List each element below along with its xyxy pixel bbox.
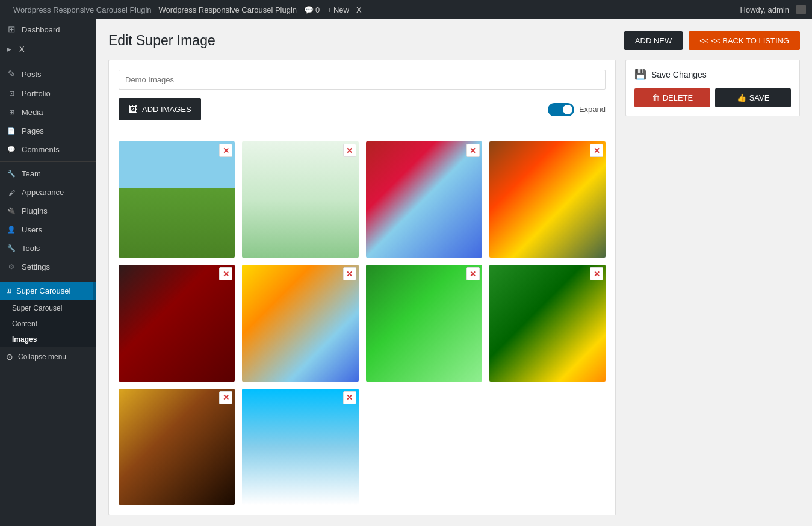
image-item[interactable]: ✕ xyxy=(366,141,482,258)
avatar xyxy=(796,5,806,14)
add-new-button[interactable]: ADD NEW xyxy=(624,31,683,50)
sidebar-item-pages[interactable]: 📄 Pages xyxy=(0,122,96,140)
sidebar-item-media[interactable]: ⊞ Media xyxy=(0,103,96,122)
demo-images-input[interactable] xyxy=(119,70,606,90)
sidebar-item-x[interactable]: ▶ X xyxy=(0,40,96,58)
save-changes-title: 💾 Save Changes xyxy=(634,69,791,80)
sidebar-item-dashboard[interactable]: ⊞ Dashboard xyxy=(0,19,96,40)
back-to-listing-button[interactable]: << << BACK TO LISTING xyxy=(689,31,800,50)
toolbar: 🖼 ADD IMAGES Expand xyxy=(119,98,606,129)
right-panel: 💾 Save Changes 🗑 DELETE 👍 SAVE xyxy=(625,60,800,515)
arrow-icon: ▶ xyxy=(4,46,14,52)
image-grid: ✕ ✕ ✕ ✕ ✕ ✕ xyxy=(119,141,606,505)
delete-button[interactable]: 🗑 DELETE xyxy=(634,88,710,107)
image-item[interactable]: ✕ xyxy=(242,141,358,258)
sidebar-item-settings[interactable]: ⚙ Settings xyxy=(0,258,96,276)
remove-image-button[interactable]: ✕ xyxy=(343,267,356,280)
sidebar-item-label: X xyxy=(19,45,25,54)
image-item[interactable]: ✕ xyxy=(119,389,235,505)
action-buttons: 🗑 DELETE 👍 SAVE xyxy=(634,88,791,107)
sidebar-item-team[interactable]: 🔧 Team xyxy=(0,164,96,183)
sub-item-super-carousel[interactable]: Super Carousel xyxy=(0,300,96,316)
comments-bubble[interactable]: 💬 0 xyxy=(304,5,320,14)
collapse-icon: ⊙ xyxy=(6,352,13,362)
sidebar-item-label: Plugins xyxy=(22,206,48,215)
expand-toggle-switch[interactable] xyxy=(548,103,574,116)
x-item[interactable]: X xyxy=(356,5,362,14)
image-item[interactable]: ✕ xyxy=(119,265,235,381)
collapse-menu[interactable]: ⊙ Collapse menu xyxy=(0,347,96,367)
sidebar: ⊞ Dashboard ▶ X ✎ Posts ⊡ Portfolio ⊞ Me… xyxy=(0,19,96,526)
remove-image-button[interactable]: ✕ xyxy=(466,267,480,280)
sidebar-item-label: Users xyxy=(22,225,42,234)
new-label: New xyxy=(333,5,349,14)
sidebar-item-label: Media xyxy=(22,108,43,117)
add-images-button[interactable]: 🖼 ADD IMAGES xyxy=(119,98,201,120)
sidebar-item-label: Posts xyxy=(22,70,42,79)
sidebar-item-appearance[interactable]: 🖌 Appearance xyxy=(0,183,96,202)
sidebar-item-users[interactable]: 👤 Users xyxy=(0,220,96,239)
content-area: 🖼 ADD IMAGES Expand ✕ ✕ xyxy=(108,60,800,515)
plus-icon: + xyxy=(327,5,332,14)
divider xyxy=(0,61,96,61)
super-carousel-icon: ⊞ xyxy=(6,287,11,295)
posts-icon: ✎ xyxy=(6,69,17,79)
image-item[interactable]: ✕ xyxy=(242,389,358,505)
main-content: Edit Super Image ADD NEW << << BACK TO L… xyxy=(96,19,812,526)
page-title: Edit Super Image xyxy=(108,32,215,49)
collapse-label: Collapse menu xyxy=(18,353,66,361)
site-name-text[interactable]: Wordpress Responsive Carousel Plugin xyxy=(159,5,297,14)
sidebar-item-label: Portfolio xyxy=(22,89,51,98)
new-item[interactable]: + New xyxy=(327,5,349,14)
remove-image-button[interactable]: ✕ xyxy=(343,144,356,157)
save-button[interactable]: 👍 SAVE xyxy=(715,88,791,107)
sidebar-item-comments[interactable]: 💬 Comments xyxy=(0,140,96,159)
image-item[interactable]: ✕ xyxy=(119,141,235,258)
remove-image-button[interactable]: ✕ xyxy=(590,267,603,280)
main-panel: 🖼 ADD IMAGES Expand ✕ ✕ xyxy=(108,60,616,515)
remove-image-button[interactable]: ✕ xyxy=(466,144,480,157)
back-icon: << xyxy=(699,36,708,45)
save-label: SAVE xyxy=(749,93,770,102)
remove-image-button[interactable]: ✕ xyxy=(219,144,232,157)
image-item[interactable]: ✕ xyxy=(366,265,482,381)
plugins-icon: 🔌 xyxy=(6,207,17,215)
tools-icon: 🔧 xyxy=(6,244,17,252)
sidebar-item-label: Comments xyxy=(22,145,60,154)
super-carousel-submenu: Super Carousel Content Images xyxy=(0,300,96,347)
remove-image-button[interactable]: ✕ xyxy=(343,391,356,404)
sidebar-item-portfolio[interactable]: ⊡ Portfolio xyxy=(0,84,96,103)
remove-image-button[interactable]: ✕ xyxy=(590,144,603,157)
media-icon: ⊞ xyxy=(6,108,17,116)
sidebar-item-super-carousel[interactable]: ⊞ Super Carousel xyxy=(0,282,96,300)
sub-item-content[interactable]: Content xyxy=(0,316,96,332)
sidebar-item-tools[interactable]: 🔧 Tools xyxy=(0,239,96,258)
save-changes-label: Save Changes xyxy=(651,70,707,79)
save-icon: 💾 xyxy=(634,69,646,80)
remove-image-button[interactable]: ✕ xyxy=(219,267,232,280)
add-images-label: ADD IMAGES xyxy=(142,105,191,114)
sidebar-section-label: Super Carousel xyxy=(16,286,70,295)
portfolio-icon: ⊡ xyxy=(6,90,17,97)
howdy-text: Howdy, admin xyxy=(740,5,789,14)
comment-icon: 💬 xyxy=(304,5,314,14)
expand-toggle: Expand xyxy=(548,103,606,116)
image-item[interactable]: ✕ xyxy=(489,265,606,381)
sidebar-item-posts[interactable]: ✎ Posts xyxy=(0,64,96,84)
settings-icon: ⚙ xyxy=(6,263,17,271)
remove-image-button[interactable]: ✕ xyxy=(219,391,232,404)
site-name[interactable]: Wordpress Responsive Carousel Plugin xyxy=(13,5,152,14)
comments-count: 0 xyxy=(315,5,320,14)
footer: Thank you for creating with WordPress. V… xyxy=(108,515,800,526)
sub-item-images[interactable]: Images xyxy=(0,332,96,347)
image-item[interactable]: ✕ xyxy=(489,141,606,258)
arrow-right-icon xyxy=(93,282,96,300)
expand-label: Expand xyxy=(579,105,606,114)
page-header: Edit Super Image ADD NEW << << BACK TO L… xyxy=(108,31,800,50)
team-icon: 🔧 xyxy=(6,170,17,178)
dashboard-icon: ⊞ xyxy=(6,24,17,35)
admin-bar: Wordpress Responsive Carousel Plugin Wor… xyxy=(0,0,812,19)
sidebar-item-plugins[interactable]: 🔌 Plugins xyxy=(0,202,96,220)
back-listing-label: << BACK TO LISTING xyxy=(711,36,789,45)
image-item[interactable]: ✕ xyxy=(242,265,358,381)
